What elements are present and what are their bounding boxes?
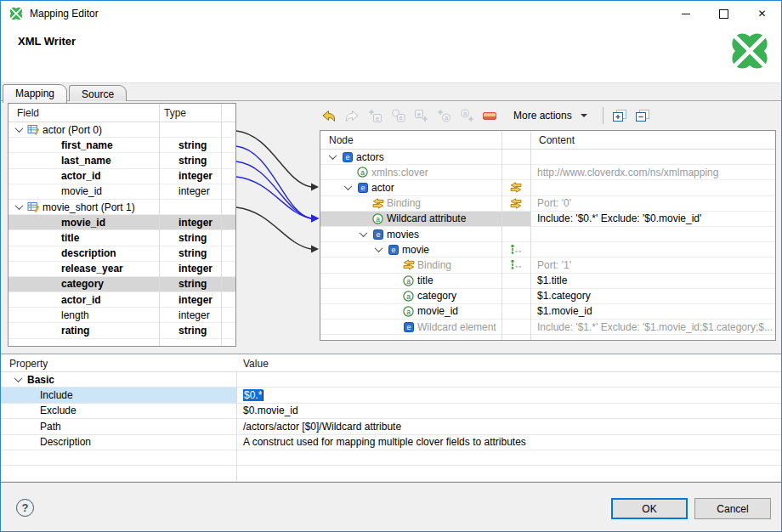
add-child-element-button[interactable]: e — [366, 105, 384, 126]
binding-icon — [510, 198, 522, 209]
field-table-row[interactable]: actor_idinteger — [8, 169, 235, 184]
field-table-row[interactable]: titlestring — [8, 230, 235, 246]
wrap-in-element-button[interactable]: e — [388, 105, 407, 126]
field-table-row[interactable]: release_yearinteger — [8, 262, 235, 277]
content-cell[interactable]: Include: '$0.*' Exclude: '$0.movie_id' — [530, 212, 775, 226]
field-table-port-row[interactable]: movie_short (Port 1) — [8, 200, 235, 215]
field-table-port-row[interactable]: actor (Port 0) — [8, 122, 235, 138]
field-table-row[interactable]: actor_idinteger — [8, 292, 235, 308]
tab-source[interactable]: Source — [69, 85, 127, 103]
column-header-node: Node — [329, 134, 354, 146]
tree-row-binding[interactable]: BindingPort: '1' — [320, 258, 775, 273]
type-label: integer — [178, 170, 212, 182]
more-actions-button[interactable]: More actions — [508, 108, 592, 123]
expander[interactable] — [12, 127, 26, 133]
node-label: category — [416, 290, 456, 302]
field-cell: movie_id — [8, 184, 173, 199]
tree-row-actor[interactable]: eactor — [320, 180, 775, 195]
titlebar: Mapping Editor ✕ — [1, 1, 781, 26]
cancel-button[interactable]: Cancel — [694, 498, 771, 519]
tree-row-title[interactable]: atitle$1.title — [320, 274, 775, 289]
binding-indicator-cell — [502, 242, 530, 257]
tree-row-binding[interactable]: BindingPort: '0' — [320, 196, 775, 212]
minimize-button[interactable] — [666, 1, 705, 26]
content-cell[interactable] — [530, 150, 775, 164]
content-cell[interactable]: http://www.cloverdx.com/ns/xmlmapping — [530, 165, 775, 179]
field-table-row[interactable]: first_namestring — [8, 138, 235, 153]
mapping-content: Field Type actor (Port 0)first_namestrin… — [1, 101, 782, 354]
chevron-down-icon — [375, 244, 383, 252]
expand-all-button[interactable] — [610, 105, 629, 126]
property-group-row[interactable]: Basic — [1, 372, 782, 388]
property-row-path[interactable]: Path/actors/actor [$0]/Wildcard attribut… — [1, 419, 782, 434]
value-cell[interactable]: A construct used for mapping multiple cl… — [236, 435, 782, 450]
maximize-button[interactable] — [705, 1, 743, 26]
tree-row-movies[interactable]: emovies — [320, 227, 775, 242]
clover-app-icon — [9, 7, 23, 20]
tree-row-xmlns-clover[interactable]: axmlns:cloverhttp://www.cloverdx.com/ns/… — [320, 165, 775, 180]
tree-row-wildcard-element[interactable]: eWildcard elementInclude: '$1.*' Exclude… — [320, 320, 775, 335]
content-cell[interactable]: $1.category — [530, 289, 775, 303]
remove-node-button[interactable] — [480, 105, 499, 126]
value-cell[interactable]: $0.movie_id — [236, 404, 782, 418]
node-cell: acategory — [320, 289, 502, 303]
attribute-icon: a — [372, 213, 383, 224]
expander[interactable] — [11, 376, 26, 382]
tree-row-movie-id[interactable]: amovie_id$1.movie_id — [320, 304, 775, 320]
value-cell[interactable]: $0.* — [236, 388, 782, 402]
tree-row-category[interactable]: acategory$1.category — [320, 289, 775, 304]
field-table-row[interactable]: movie_idinteger — [8, 184, 235, 200]
property-name-cell[interactable]: Exclude — [1, 404, 236, 418]
ok-button[interactable]: OK — [611, 498, 688, 519]
add-child-attribute-button[interactable]: a — [434, 105, 453, 126]
field-table-row[interactable]: lengthinteger — [8, 308, 235, 323]
tree-row-actors[interactable]: eactors — [320, 150, 775, 165]
tab-mapping[interactable]: Mapping — [3, 84, 67, 103]
unmap-arrow-button[interactable] — [343, 105, 361, 126]
svg-text:e: e — [345, 153, 349, 161]
property-name-cell[interactable]: Path — [1, 419, 236, 433]
add-sibling-attribute-button[interactable]: a — [457, 105, 476, 126]
type-cell: integer — [173, 262, 235, 276]
field-cell: movie_id — [8, 215, 173, 229]
field-table-row[interactable]: categorystring — [8, 277, 235, 292]
content-cell[interactable] — [530, 242, 775, 257]
node-tree-header: Node Content — [320, 131, 775, 150]
expander[interactable] — [371, 246, 386, 252]
expander[interactable] — [356, 231, 371, 237]
help-button[interactable]: ? — [16, 499, 34, 517]
value-cell[interactable]: /actors/actor [$0]/Wildcard attribute — [236, 419, 782, 433]
property-name-cell[interactable]: Include — [1, 388, 236, 402]
tree-row-wildcard-attribute[interactable]: aWildcard attributeInclude: '$0.*' Exclu… — [320, 212, 775, 227]
field-table-row[interactable]: movie_idinteger — [8, 215, 235, 230]
expander[interactable] — [341, 184, 355, 190]
expander[interactable] — [326, 154, 340, 160]
content-cell[interactable] — [530, 227, 775, 241]
svg-text:a: a — [376, 214, 380, 223]
field-table-row[interactable]: ratingstring — [8, 323, 235, 338]
mapping-arrows — [236, 111, 320, 359]
type-label: string — [178, 247, 207, 259]
content-cell[interactable]: Port: '0' — [530, 196, 775, 211]
field-table-row[interactable]: last_namestring — [8, 153, 235, 168]
content-cell[interactable]: Port: '1' — [530, 258, 775, 272]
content-cell[interactable]: $1.title — [530, 274, 775, 288]
close-button[interactable]: ✕ — [743, 1, 781, 26]
property-row-include[interactable]: Include$0.* — [1, 388, 782, 403]
add-sibling-element-button[interactable]: e — [411, 105, 430, 126]
expander[interactable] — [12, 204, 26, 210]
property-name-cell[interactable]: Description — [1, 435, 236, 450]
property-row-description[interactable]: DescriptionA construct used for mapping … — [1, 435, 782, 450]
node-label: Binding — [416, 259, 451, 271]
collapse-all-button[interactable] — [633, 105, 652, 126]
field-table-row[interactable]: descriptionstring — [8, 246, 235, 262]
tree-row-movie[interactable]: emovie — [320, 242, 775, 258]
map-arrow-button[interactable] — [320, 105, 338, 126]
property-row-exclude[interactable]: Exclude$0.movie_id — [1, 404, 782, 419]
node-cell: emovies — [320, 227, 502, 241]
binding-icon — [510, 182, 522, 193]
map-arrow-icon — [321, 110, 337, 122]
content-cell[interactable] — [530, 180, 775, 195]
content-cell[interactable]: Include: '$1.*' Exclude: '$1.movie_id;$1… — [530, 320, 775, 334]
content-cell[interactable]: $1.movie_id — [530, 304, 775, 319]
